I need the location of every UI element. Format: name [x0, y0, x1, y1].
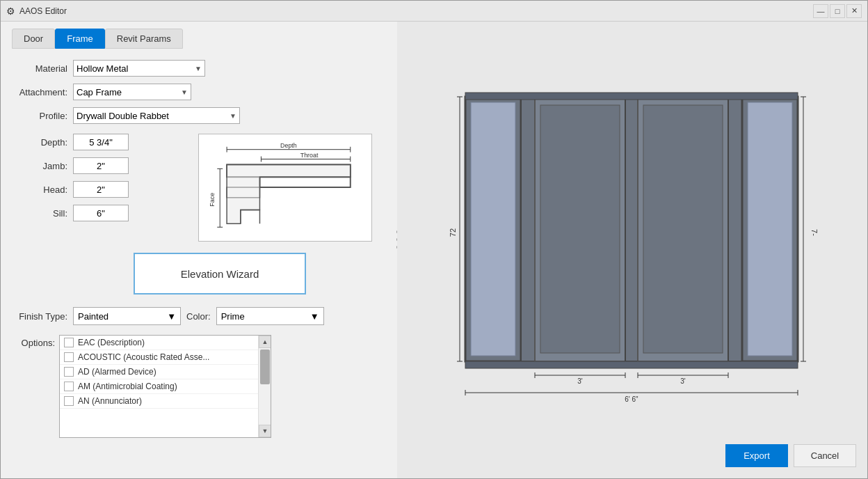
finish-type-label: Finish Type:	[12, 311, 67, 322]
title-bar-controls: — □ ✕	[813, 4, 862, 18]
scroll-down-button[interactable]: ▼	[259, 425, 271, 437]
svg-rect-17	[471, 102, 515, 356]
svg-text:Throat: Throat	[300, 152, 319, 159]
option-checkbox-am[interactable]	[64, 382, 74, 391]
svg-rect-13	[259, 177, 350, 187]
content-area: Door Frame Revit Params Material Hollow …	[1, 22, 867, 478]
minimize-button[interactable]: —	[813, 4, 828, 18]
finish-type-arrow-icon: ▼	[167, 311, 176, 322]
dim-7-text: 7-	[810, 229, 819, 236]
cancel-button[interactable]: Cancel	[794, 444, 856, 467]
dim-66-text: 6' 6"	[625, 395, 638, 403]
scroll-thumb[interactable]	[260, 350, 270, 384]
svg-rect-28	[465, 361, 798, 368]
app-icon: ⚙	[6, 6, 15, 17]
color-label: Color:	[186, 311, 211, 322]
options-label: Options:	[12, 338, 55, 348]
profile-label: Profile:	[12, 111, 67, 121]
attachment-row: Attachment: Cap Frame ▼	[12, 84, 386, 100]
finish-row: Finish Type: Painted ▼ Color: Prime ▼	[12, 307, 386, 325]
option-checkbox-an[interactable]	[64, 396, 74, 406]
attachment-label: Attachment:	[12, 87, 67, 97]
door-elevation-svg: 72 7- 3' 3' 6' 6"	[444, 76, 820, 424]
svg-rect-18	[521, 97, 535, 361]
option-checkbox-acoustic[interactable]	[64, 352, 74, 362]
svg-rect-23	[643, 105, 723, 353]
dim-3-left-text: 3'	[577, 377, 583, 385]
svg-rect-26	[748, 102, 792, 356]
material-arrow-icon: ▼	[195, 65, 202, 72]
svg-text:Depth: Depth	[280, 142, 297, 149]
jamb-label: Jamb:	[12, 161, 67, 171]
right-panel: 72 7- 3' 3' 6' 6"	[397, 22, 867, 478]
jamb-row: Jamb:	[12, 157, 129, 174]
bottom-bar: Export Cancel	[725, 444, 856, 467]
option-checkbox-ad[interactable]	[64, 367, 74, 377]
finish-type-select[interactable]: Painted ▼	[73, 307, 181, 325]
profile-arrow-icon: ▼	[230, 112, 236, 120]
tab-bar: Door Frame Revit Params	[12, 29, 386, 49]
head-row: Head:	[12, 181, 129, 198]
sill-input[interactable]	[73, 205, 129, 221]
svg-rect-27	[465, 93, 798, 100]
head-input[interactable]	[73, 181, 129, 198]
sill-row: Sill:	[12, 205, 129, 221]
options-list: EAC (Description) ACOUSTIC (Acoustic Rat…	[60, 336, 258, 437]
window-title: AAOS Editor	[19, 6, 67, 16]
options-area: Options: EAC (Description) ACOUSTIC (Aco…	[12, 335, 386, 438]
svg-rect-21	[625, 97, 638, 361]
options-scrollbar[interactable]: ▲ ▼	[258, 336, 271, 437]
dim-72-text: 72	[449, 228, 457, 237]
attachment-select[interactable]: Cap Frame ▼	[73, 84, 191, 100]
jamb-input[interactable]	[73, 157, 129, 174]
maximize-button[interactable]: □	[830, 4, 845, 18]
profile-select[interactable]: Drywall Double Rabbet ▼	[73, 107, 240, 124]
head-label: Head:	[12, 184, 67, 195]
material-row: Material Hollow Metal ▼	[12, 60, 386, 77]
options-list-container: EAC (Description) ACOUSTIC (Acoustic Rat…	[59, 335, 271, 438]
elevation-wizard-button[interactable]: Elevation Wizard	[134, 253, 306, 295]
attachment-arrow-icon: ▼	[181, 88, 188, 96]
scroll-up-button[interactable]: ▲	[259, 336, 271, 348]
scroll-track	[259, 348, 271, 425]
title-bar: ⚙ AAOS Editor — □ ✕	[1, 1, 867, 22]
tab-revit[interactable]: Revit Params	[105, 29, 183, 49]
close-button[interactable]: ✕	[846, 4, 862, 18]
main-window: ⚙ AAOS Editor — □ ✕ Door Frame Revit Par…	[0, 0, 868, 479]
option-item-ad[interactable]: AD (Alarmed Device)	[60, 365, 258, 379]
color-arrow-icon: ▼	[310, 311, 319, 322]
depth-row: Depth:	[12, 134, 129, 150]
left-panel: Door Frame Revit Params Material Hollow …	[1, 22, 397, 478]
tab-door[interactable]: Door	[12, 29, 55, 49]
svg-text:Face: Face	[209, 193, 216, 207]
tab-frame[interactable]: Frame	[55, 29, 105, 49]
depth-label: Depth:	[12, 137, 67, 148]
dim-3-right-text: 3'	[680, 377, 686, 385]
option-item-an[interactable]: AN (Annunciator)	[60, 394, 258, 409]
option-item-eac[interactable]: EAC (Description)	[60, 336, 258, 350]
sill-label: Sill:	[12, 208, 67, 219]
title-bar-left: ⚙ AAOS Editor	[6, 6, 67, 17]
depth-input[interactable]	[73, 134, 129, 150]
export-button[interactable]: Export	[725, 444, 788, 467]
profile-diagram: Depth Throat Face	[198, 134, 372, 242]
option-checkbox-eac[interactable]	[64, 338, 74, 347]
material-label: Material	[12, 63, 67, 74]
option-item-am[interactable]: AM (Antimicrobial Coating)	[60, 379, 258, 394]
color-select[interactable]: Prime ▼	[216, 307, 324, 325]
material-select[interactable]: Hollow Metal ▼	[73, 60, 205, 77]
profile-row: Profile: Drywall Double Rabbet ▼	[12, 107, 386, 124]
option-item-acoustic[interactable]: ACOUSTIC (Acoustic Rated Asse...	[60, 350, 258, 365]
svg-rect-24	[728, 97, 742, 361]
svg-rect-20	[540, 105, 620, 353]
